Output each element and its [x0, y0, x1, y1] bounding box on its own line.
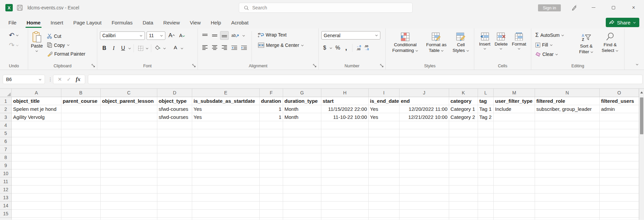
cell-G8[interactable] — [283, 153, 321, 161]
cell-G12[interactable] — [283, 186, 321, 194]
cell-F13[interactable] — [260, 194, 283, 202]
cell-O7[interactable] — [600, 145, 639, 153]
cell-J9[interactable] — [399, 161, 449, 169]
italic-button[interactable]: I — [109, 44, 118, 53]
tab-home[interactable]: Home — [21, 17, 46, 28]
cell-J7[interactable] — [399, 145, 449, 153]
cell-B14[interactable] — [61, 202, 101, 210]
scroll-up-icon[interactable] — [640, 91, 643, 93]
cell-J8[interactable] — [399, 153, 449, 161]
cell-H11[interactable] — [321, 177, 369, 186]
cell-I2[interactable]: Yes — [369, 105, 399, 113]
cell-M10[interactable] — [494, 169, 535, 177]
cell-O3[interactable] — [600, 113, 639, 121]
cell-J2[interactable]: 12/20/2022 11:00 — [399, 105, 449, 113]
cell-J14[interactable] — [399, 202, 449, 210]
cell-A14[interactable] — [12, 202, 61, 210]
cell-D15[interactable] — [157, 210, 192, 218]
borders-button[interactable] — [136, 44, 145, 53]
cell-E14[interactable] — [192, 202, 260, 210]
cell-B10[interactable] — [61, 169, 101, 177]
cell-C1[interactable]: object_parent_lesson — [101, 97, 157, 105]
col-header-I[interactable]: I — [369, 89, 399, 97]
cell-L2[interactable]: Tag 1 — [478, 105, 494, 113]
alignment-dialog-launcher[interactable] — [313, 64, 317, 68]
cell-L14[interactable] — [478, 202, 494, 210]
cell-M13[interactable] — [494, 194, 535, 202]
cell-G16[interactable] — [283, 218, 321, 220]
insert-cells-button[interactable]: Insert — [479, 31, 490, 62]
tab-help[interactable]: Help — [206, 17, 226, 28]
cell-E8[interactable] — [192, 153, 260, 161]
underline-button[interactable]: U — [119, 44, 127, 53]
col-header-K[interactable]: K — [449, 89, 478, 97]
cell-E1[interactable]: is_subsdate_as_startdate — [192, 97, 260, 105]
font-size-select[interactable]: 11 — [147, 31, 165, 40]
cell-N6[interactable] — [535, 137, 600, 145]
row-header-3[interactable]: 3 — [0, 113, 12, 121]
cell-L11[interactable] — [478, 177, 494, 186]
cell-I13[interactable] — [369, 194, 399, 202]
cell-K3[interactable]: Category 2 — [449, 113, 478, 121]
cell-D1[interactable]: object_type — [157, 97, 192, 105]
cell-G5[interactable] — [283, 129, 321, 137]
row-header-13[interactable]: 13 — [0, 194, 12, 202]
merge-center-button[interactable]: Merge & Center — [257, 42, 316, 49]
cell-K4[interactable] — [449, 121, 478, 129]
cell-G15[interactable] — [283, 210, 321, 218]
increase-indent-button[interactable] — [239, 43, 248, 52]
cell-O12[interactable] — [600, 186, 639, 194]
col-header-B[interactable]: B — [61, 89, 101, 97]
cell-F5[interactable] — [260, 129, 283, 137]
cell-E13[interactable] — [192, 194, 260, 202]
cell-K11[interactable] — [449, 177, 478, 186]
cell-B11[interactable] — [61, 177, 101, 186]
conditional-formatting-button[interactable]: Conditional Formatting — [388, 31, 422, 62]
cell-N1[interactable]: filtered_role — [535, 97, 600, 105]
cancel-button[interactable]: ✕ — [58, 76, 62, 82]
cell-M8[interactable] — [494, 153, 535, 161]
cell-F16[interactable] — [260, 218, 283, 220]
cell-M9[interactable] — [494, 161, 535, 169]
redo-button[interactable]: ↷ — [9, 41, 19, 49]
cell-L1[interactable]: tag — [478, 97, 494, 105]
font-name-select[interactable]: Calibri — [100, 31, 145, 40]
collapse-ribbon-button[interactable] — [636, 61, 639, 67]
cell-E11[interactable] — [192, 177, 260, 186]
cell-G3[interactable]: Month — [283, 113, 321, 121]
cell-K8[interactable] — [449, 153, 478, 161]
cell-O15[interactable] — [600, 210, 639, 218]
format-cells-button[interactable]: Format — [512, 31, 526, 62]
restore-button[interactable] — [606, 0, 621, 15]
col-header-O[interactable]: O — [600, 89, 639, 97]
cell-K1[interactable]: category — [449, 97, 478, 105]
cell-F15[interactable] — [260, 210, 283, 218]
cell-O16[interactable] — [600, 218, 639, 220]
cell-I4[interactable] — [369, 121, 399, 129]
middle-align-button[interactable] — [210, 31, 219, 40]
col-header-L[interactable]: L — [478, 89, 494, 97]
cell-K9[interactable] — [449, 161, 478, 169]
cell-J5[interactable] — [399, 129, 449, 137]
row-header-8[interactable]: 8 — [0, 153, 12, 161]
cell-N8[interactable] — [535, 153, 600, 161]
cell-K10[interactable] — [449, 169, 478, 177]
cell-C15[interactable] — [101, 210, 157, 218]
cell-F1[interactable]: duration — [260, 97, 283, 105]
cell-C16[interactable] — [101, 218, 157, 220]
cell-A11[interactable] — [12, 177, 61, 186]
row-header-6[interactable]: 6 — [0, 137, 12, 145]
enter-button[interactable]: ✓ — [67, 76, 71, 82]
cell-J16[interactable] — [399, 218, 449, 220]
save-button[interactable] — [16, 4, 23, 11]
cell-M1[interactable]: user_filter_type — [494, 97, 535, 105]
row-header-14[interactable]: 14 — [0, 202, 12, 210]
insert-function-button[interactable]: fx — [76, 76, 80, 83]
cell-K12[interactable] — [449, 186, 478, 194]
cell-C7[interactable] — [101, 145, 157, 153]
cell-J15[interactable] — [399, 210, 449, 218]
cell-K2[interactable]: Category 1 — [449, 105, 478, 113]
delete-cells-button[interactable]: Delete — [494, 31, 507, 62]
cell-O6[interactable] — [600, 137, 639, 145]
cell-F2[interactable]: 1 — [260, 105, 283, 113]
